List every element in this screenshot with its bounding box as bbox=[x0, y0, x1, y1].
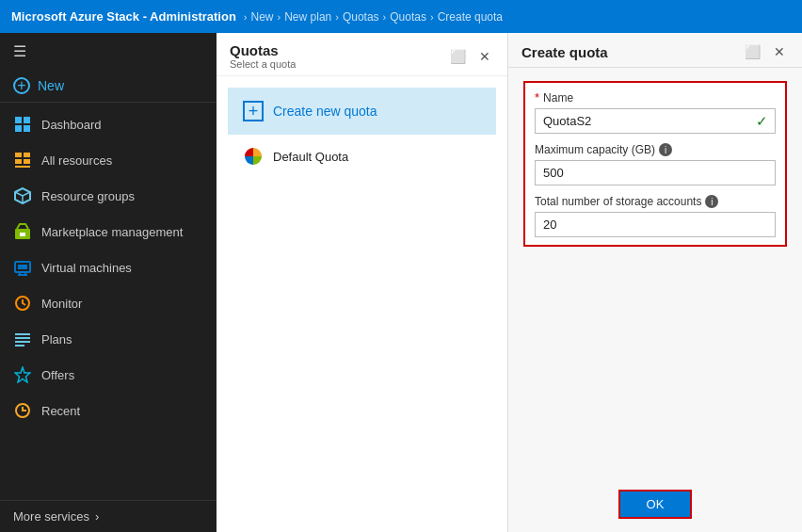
quotas-panel-subtitle: Select a quota bbox=[230, 58, 296, 70]
recent-icon bbox=[13, 401, 32, 420]
sidebar-label-marketplace: Marketplace management bbox=[41, 225, 183, 239]
quotas-maximize-button[interactable]: ⬜ bbox=[446, 47, 470, 66]
name-label-text: Name bbox=[543, 91, 573, 105]
sidebar-item-marketplace[interactable]: Marketplace management bbox=[0, 214, 217, 250]
svg-rect-13 bbox=[18, 265, 27, 269]
required-star: * bbox=[535, 90, 539, 105]
breadcrumb-newplan[interactable]: New plan bbox=[284, 10, 331, 24]
sidebar-label-dashboard: Dashboard bbox=[41, 118, 102, 132]
sidebar-item-dashboard[interactable]: Dashboard bbox=[0, 106, 217, 142]
svg-rect-19 bbox=[15, 337, 30, 339]
sidebar-item-resource-groups[interactable]: Resource groups bbox=[0, 178, 217, 214]
create-quota-title: Create quota bbox=[521, 44, 608, 60]
new-icon: + bbox=[13, 77, 30, 94]
storage-accounts-info-icon[interactable]: i bbox=[705, 195, 718, 208]
new-button[interactable]: + New bbox=[0, 70, 217, 103]
svg-marker-22 bbox=[15, 367, 30, 382]
name-checkmark-icon: ✓ bbox=[756, 113, 768, 130]
svg-rect-5 bbox=[24, 153, 30, 157]
more-services-button[interactable]: More services › bbox=[0, 500, 217, 532]
breadcrumb-quotas1[interactable]: Quotas bbox=[343, 10, 379, 24]
max-capacity-input[interactable] bbox=[535, 160, 776, 185]
svg-rect-3 bbox=[24, 125, 30, 132]
create-new-quota-plus-icon: + bbox=[243, 101, 264, 121]
breadcrumb-quotas2[interactable]: Quotas bbox=[390, 10, 426, 24]
default-quota-label: Default Quota bbox=[273, 150, 348, 164]
svg-rect-4 bbox=[15, 153, 22, 157]
create-new-quota-button[interactable]: + Create new quota bbox=[228, 88, 496, 135]
all-resources-icon bbox=[13, 151, 32, 169]
sidebar-label-resource-groups: Resource groups bbox=[41, 189, 135, 203]
quotas-panel-header: Quotas Select a quota ⬜ ✕ bbox=[217, 33, 507, 76]
breadcrumb-sep-3: › bbox=[383, 11, 387, 23]
name-form-group: * Name ✓ Maximum capacity (GB) i Total n… bbox=[523, 81, 787, 247]
virtual-machines-icon bbox=[13, 258, 32, 277]
quotas-panel-header-left: Quotas Select a quota bbox=[230, 42, 296, 70]
ok-button[interactable]: OK bbox=[618, 490, 693, 519]
sidebar-label-monitor: Monitor bbox=[41, 297, 82, 311]
svg-rect-6 bbox=[15, 159, 22, 164]
quotas-panel: Quotas Select a quota ⬜ ✕ + Create new q… bbox=[217, 33, 508, 532]
sidebar-label-plans: Plans bbox=[41, 332, 72, 347]
create-quota-header: Create quota ⬜ ✕ bbox=[508, 33, 802, 68]
sidebar-item-plans[interactable]: Plans bbox=[0, 321, 217, 357]
plans-icon bbox=[13, 330, 32, 348]
hamburger-button[interactable]: ☰ bbox=[0, 33, 217, 70]
create-quota-body: * Name ✓ Maximum capacity (GB) i Total n… bbox=[508, 68, 802, 480]
sidebar-label-virtual-machines: Virtual machines bbox=[41, 261, 132, 275]
offers-icon bbox=[13, 365, 32, 384]
default-quota-icon bbox=[243, 146, 264, 167]
create-quota-panel: Create quota ⬜ ✕ * Name ✓ bbox=[508, 33, 802, 532]
create-quota-footer: OK bbox=[508, 480, 802, 532]
sidebar-item-all-resources[interactable]: All resources bbox=[0, 142, 217, 178]
svg-rect-1 bbox=[24, 117, 30, 123]
breadcrumb-sep-2: › bbox=[335, 11, 339, 23]
quotas-panel-body: + Create new quota Default bbox=[217, 76, 507, 532]
max-capacity-label-text: Maximum capacity (GB) bbox=[535, 143, 655, 156]
svg-rect-2 bbox=[15, 125, 22, 132]
sidebar-label-recent: Recent bbox=[41, 404, 80, 418]
svg-rect-7 bbox=[24, 159, 30, 164]
quotas-panel-title: Quotas bbox=[230, 42, 296, 58]
create-quota-close-button[interactable]: ✕ bbox=[770, 42, 789, 61]
storage-accounts-label-text: Total number of storage accounts bbox=[535, 195, 701, 208]
create-quota-maximize-button[interactable]: ⬜ bbox=[741, 42, 764, 61]
marketplace-icon bbox=[13, 222, 32, 241]
chevron-right-icon: › bbox=[95, 509, 99, 524]
breadcrumb-new[interactable]: New bbox=[251, 10, 274, 24]
monitor-icon bbox=[13, 294, 32, 313]
svg-rect-11 bbox=[20, 233, 25, 236]
breadcrumb-createquota[interactable]: Create quota bbox=[438, 10, 503, 24]
storage-accounts-label: Total number of storage accounts i bbox=[535, 195, 776, 208]
svg-rect-18 bbox=[15, 333, 30, 335]
storage-accounts-input[interactable] bbox=[535, 212, 776, 237]
default-quota-item[interactable]: Default Quota bbox=[228, 137, 496, 176]
top-bar: Microsoft Azure Stack - Administration ›… bbox=[0, 0, 802, 33]
sidebar-label-offers: Offers bbox=[41, 368, 74, 382]
svg-rect-20 bbox=[15, 341, 30, 343]
sidebar-item-offers[interactable]: Offers bbox=[0, 357, 217, 393]
app-title: Microsoft Azure Stack - Administration bbox=[11, 9, 236, 24]
sidebar-label-all-resources: All resources bbox=[41, 153, 112, 168]
svg-rect-21 bbox=[15, 345, 24, 347]
breadcrumb: › New › New plan › Quotas › Quotas › Cre… bbox=[244, 10, 503, 24]
svg-rect-0 bbox=[15, 117, 22, 123]
name-input-wrapper: ✓ bbox=[535, 108, 776, 134]
panels-area: Quotas Select a quota ⬜ ✕ + Create new q… bbox=[217, 33, 802, 532]
sidebar-item-monitor[interactable]: Monitor bbox=[0, 285, 217, 321]
sidebar-item-recent[interactable]: Recent bbox=[0, 393, 217, 428]
breadcrumb-sep-1: › bbox=[278, 11, 281, 23]
sidebar: ☰ + New Dashboard bbox=[0, 33, 217, 532]
breadcrumb-sep-0: › bbox=[244, 11, 248, 23]
resource-groups-icon bbox=[13, 186, 32, 205]
sidebar-item-virtual-machines[interactable]: Virtual machines bbox=[0, 250, 217, 285]
create-quota-header-actions: ⬜ ✕ bbox=[741, 42, 789, 61]
create-new-quota-label: Create new quota bbox=[273, 104, 377, 119]
quotas-close-button[interactable]: ✕ bbox=[475, 47, 494, 66]
quotas-panel-actions: ⬜ ✕ bbox=[446, 47, 494, 66]
max-capacity-info-icon[interactable]: i bbox=[659, 143, 672, 156]
name-label: * Name bbox=[535, 90, 776, 105]
breadcrumb-sep-4: › bbox=[430, 11, 434, 23]
main-layout: ☰ + New Dashboard bbox=[0, 33, 802, 532]
name-input[interactable] bbox=[535, 108, 776, 134]
